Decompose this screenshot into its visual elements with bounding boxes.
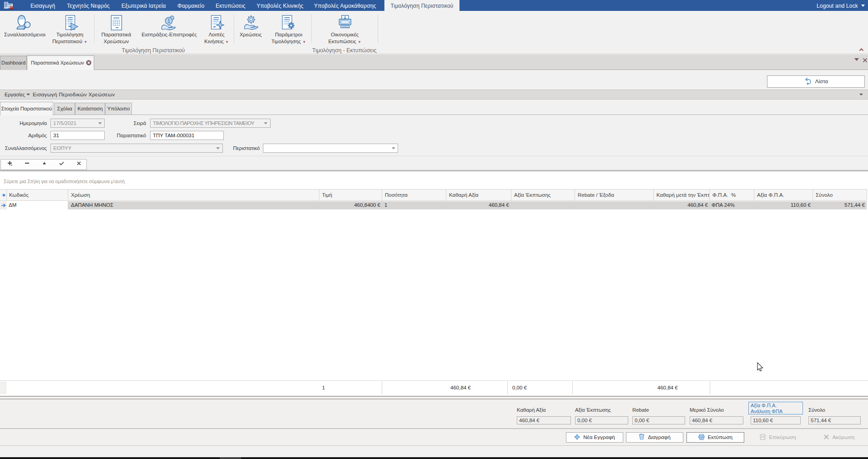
svg-text:1: 1: [167, 18, 171, 24]
